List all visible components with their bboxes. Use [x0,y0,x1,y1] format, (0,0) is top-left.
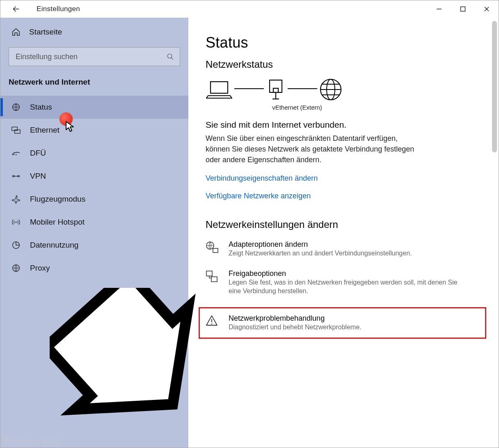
network-diagram [206,78,485,101]
sidebar-item-label: VPN [30,172,46,181]
change-settings-heading: Netzwerkeinstellungen ändern [206,219,485,230]
minimize-icon [436,6,442,12]
svg-rect-18 [273,88,278,92]
connector-line [234,88,264,89]
home-label: Startseite [29,28,62,37]
link-connection-properties[interactable]: Verbindungseigenschaften ändern [206,174,485,183]
titlebar: Einstellungen [0,0,499,18]
page-title: Status [206,34,485,51]
window-controls [427,0,499,18]
svg-point-2 [167,54,172,58]
svg-point-13 [16,222,17,223]
svg-line-3 [171,57,173,60]
svg-point-7 [13,154,14,155]
svg-point-10 [13,175,14,177]
airplane-icon [10,195,22,204]
proxy-globe-icon [10,264,22,273]
svg-point-11 [18,175,20,177]
svg-rect-25 [213,248,218,253]
hotspot-icon [10,218,22,226]
sidebar-item-status[interactable]: Status [0,96,188,119]
sidebar-item-hotspot[interactable]: Mobiler Hotspot [0,211,188,234]
back-button[interactable] [8,1,24,17]
svg-rect-16 [211,82,228,93]
connected-message: Sie sind mit dem Internet verbunden. [206,120,485,130]
sidebar-item-label: Proxy [30,264,50,273]
sidebar-item-vpn[interactable]: VPN [0,165,188,188]
svg-rect-17 [270,80,282,92]
option-desc: Legen Sie fest, was in den Netzwerken fr… [229,278,458,296]
svg-point-9 [16,154,17,155]
sidebar-item-label: Ethernet [30,126,60,135]
home-link[interactable]: Startseite [9,23,180,41]
home-icon [10,28,22,37]
option-desc: Zeigt Netzwerkkarten an und ändert Verbi… [229,249,412,258]
sidebar-nav: Status Ethernet DFÜ VPN [0,96,188,280]
watermark: Windows-FAQ [3,437,61,446]
close-button[interactable] [475,0,499,18]
maximize-icon [460,6,466,12]
option-desc: Diagnostiziert und behebt Netzwerkproble… [229,323,362,332]
globe-status-icon [10,103,22,112]
content-pane: Status Netzwerkstatus [188,18,499,448]
option-title: Freigabeoptionen [229,269,458,278]
window-title: Einstellungen [37,5,80,13]
search-icon [167,53,174,60]
svg-rect-27 [211,277,217,282]
connector-line [288,88,317,89]
dialup-icon [10,150,22,156]
sidebar-item-label: Datennutzung [30,241,78,250]
diagram-caption: vEthernet (Extern) [254,104,340,111]
network-status-heading: Netzwerkstatus [206,59,485,70]
laptop-icon [206,79,233,100]
sidebar-item-ethernet[interactable]: Ethernet [0,119,188,142]
svg-rect-26 [206,271,212,276]
sidebar-item-label: Mobiler Hotspot [30,218,85,227]
option-troubleshoot[interactable]: Netzwerkproblembehandlung Diagnostiziert… [199,307,486,339]
svg-point-8 [14,154,15,155]
search-input[interactable] [15,52,150,62]
ethernet-icon [10,126,22,134]
sidebar-item-label: Flugzeugmodus [30,195,85,204]
router-icon [266,78,286,101]
option-adapter[interactable]: Adapteroptionen ändern Zeigt Netzwerkkar… [206,240,485,258]
link-available-networks[interactable]: Verfügbare Netzwerke anzeigen [206,192,485,200]
sidebar-item-flightmode[interactable]: Flugzeugmodus [0,188,188,211]
search-box[interactable] [9,47,180,66]
option-sharing[interactable]: Freigabeoptionen Legen Sie fest, was in … [206,269,485,296]
close-icon [484,6,490,12]
svg-rect-1 [461,7,465,11]
sidebar-item-proxy[interactable]: Proxy [0,257,188,280]
scrollbar[interactable] [492,21,497,152]
sidebar-item-datausage[interactable]: Datennutzung [0,234,188,257]
sidebar-item-label: DFÜ [30,149,46,158]
datausage-icon [10,241,22,250]
sidebar-item-label: Status [30,103,52,112]
annotation-arrow-icon [50,288,214,423]
back-arrow-icon [12,5,20,13]
maximize-button[interactable] [451,0,475,18]
connected-description: Wenn Sie über einen eingeschränkten Date… [206,133,419,165]
adapter-icon [206,240,220,258]
option-title: Adapteroptionen ändern [229,240,412,249]
minimize-button[interactable] [427,0,451,18]
sidebar-item-dfu[interactable]: DFÜ [0,142,188,165]
vpn-icon [10,173,22,179]
sidebar-section-title: Netzwerk und Internet [9,78,180,87]
globe-icon [319,78,343,101]
cursor-icon [65,121,75,133]
option-title: Netzwerkproblembehandlung [229,314,362,323]
